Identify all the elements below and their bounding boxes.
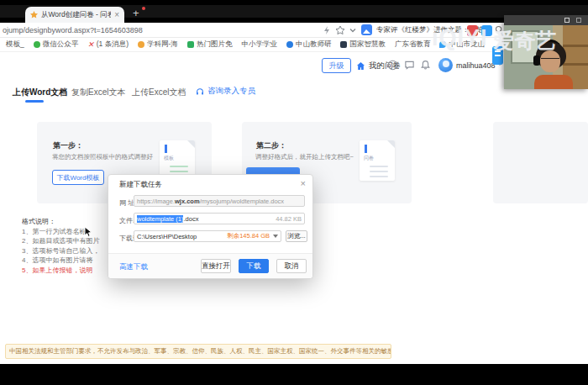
person-shirt (534, 75, 573, 89)
format-notes: 格式说明： 1、第一行为试卷名称。 2、如题目或选项中有图片 3、选项标号请自己… (22, 217, 108, 275)
save-path-combobox[interactable]: C:\Users\HP\Desktop 剩余145.84 GB (134, 230, 281, 242)
svg-text:?: ? (391, 61, 394, 69)
bell-icon[interactable] (420, 60, 431, 71)
bookmark-star-icon[interactable] (335, 25, 345, 35)
speed-download-link[interactable]: 高速下载 (119, 262, 148, 272)
extension-icon-blue[interactable] (481, 25, 492, 36)
lightning-icon[interactable] (322, 25, 332, 35)
bookmark-item[interactable]: 模板_ (3, 40, 24, 50)
step1-desc: 将您的文档按照模板中的格式调整好 (52, 153, 153, 161)
headset-icon (196, 87, 204, 96)
video-frame: 从Word创建问卷 - 问卷星 × + ojump/designbyword.a… (0, 0, 588, 385)
glasses-icon (541, 58, 559, 62)
active-tab-underline (25, 100, 44, 103)
webcam-window[interactable] (504, 15, 588, 89)
favicon-star-icon (30, 11, 38, 18)
home-icon (356, 61, 365, 71)
gov-site-icon (340, 41, 347, 48)
step2-title: 第二步： (256, 140, 286, 151)
bookmark-item[interactable]: 热门图片免 (187, 40, 233, 50)
format-note-line: 4、选项中如有图片请将 (22, 256, 108, 266)
dialog-close-icon[interactable]: × (301, 178, 306, 188)
headphone-cup-left (533, 55, 540, 66)
side-panel-badge-icon[interactable] (492, 46, 503, 65)
bookmark-item[interactable]: 广东省教育 (395, 40, 431, 50)
bookmark-item[interactable]: 中山教师研 (286, 40, 332, 50)
webcam-video (504, 25, 588, 89)
message-icon[interactable] (404, 60, 415, 71)
news-image-icon (361, 24, 372, 35)
filename-extension: .docx (183, 215, 198, 223)
survey-doc-icon: 问卷 (360, 140, 395, 181)
bookmark-item[interactable]: 国家智慧教 (340, 40, 386, 50)
dialog-title: 新建下载任务 (119, 180, 162, 190)
format-note-line: 2、如题目或选项中有图片 (22, 236, 108, 246)
top-letterbox (0, 0, 588, 5)
webcam-restore-icon[interactable] (564, 18, 570, 23)
consult-link[interactable]: 咨询录入专员 (196, 86, 255, 97)
upgrade-button[interactable]: 升级 (322, 58, 351, 73)
dialog-footer: 高速下载 直接打开 下载 取消 (108, 253, 312, 278)
browser-tab[interactable]: 从Word创建问卷 - 问卷星 × (25, 7, 124, 23)
site-nav: 上传Word文档 复制Excel文本 上传Excel文档 咨询录入专员 (0, 80, 588, 105)
update-dot (142, 7, 145, 10)
help-icon[interactable]: ? (387, 60, 398, 71)
bookmark-item[interactable]: ✕(1 条消息) (87, 40, 129, 50)
step2-desc: 调整好格式后，就开始上传文档吧~ (255, 153, 354, 161)
filename-input[interactable]: woldtemplate (1) .docx 44.82 KB (134, 213, 305, 224)
tab-copy-excel[interactable]: 复制Excel文本 (71, 87, 125, 98)
tab-upload-excel[interactable]: 上传Excel文档 (132, 87, 186, 98)
download-url-field[interactable]: https://image.wjx.com/mysojump/woldtempl… (134, 195, 305, 207)
save-path: C:\Users\HP\Desktop (137, 233, 197, 240)
tab-upload-word[interactable]: 上传Word文档 (13, 87, 67, 98)
username[interactable]: malihua408 (456, 61, 496, 70)
extension-icon-red[interactable] (467, 25, 478, 36)
url-text[interactable]: ojump/designbyword.aspx?t=1654603898 (3, 26, 143, 34)
path-dropdown-caret-icon[interactable] (273, 235, 278, 238)
format-note-line: 1、第一行为试卷名称。 (22, 227, 108, 237)
cancel-button[interactable]: 取消 (276, 259, 307, 273)
webcam-titlebar[interactable] (504, 15, 588, 25)
drop-icon (439, 41, 446, 48)
blue-site-icon (286, 41, 293, 48)
browse-button[interactable]: 浏览... (286, 230, 307, 242)
bookmark-item[interactable]: 中山市龙山 (439, 40, 485, 50)
filename-selected-text: woldtemplate (1) (137, 215, 183, 223)
bookmark-item[interactable]: 微信公众平 (34, 40, 79, 50)
trophy-icon (138, 41, 144, 48)
bookmark-item[interactable]: 学科网-海 (138, 40, 178, 50)
bookmark-item[interactable]: 中小学学业 (241, 40, 277, 50)
download-button[interactable]: 下载 (239, 259, 269, 273)
chevron-down-icon[interactable] (348, 25, 358, 35)
webcam-close-icon[interactable] (576, 18, 581, 23)
tab-title: 从Word创建问卷 - 问卷星 (41, 10, 111, 20)
free-space: 剩余145.84 GB (227, 232, 270, 240)
policy-warning-bar: 中国相关法规和主管部门要求，不允许发布与政治、军事、宗教、信仰、民族、人权、民主… (5, 344, 391, 359)
new-tab-button[interactable]: + (133, 7, 139, 19)
format-note-line: 3、选项标号请自己输入， (22, 246, 108, 256)
download-word-template-button[interactable]: 下载Word模板 (52, 170, 104, 185)
tab-close-icon[interactable]: × (114, 11, 119, 19)
search-icon[interactable] (495, 25, 504, 34)
bottom-letterbox (0, 364, 588, 385)
step1-title: 第一步： (53, 140, 83, 151)
mouse-cursor (84, 226, 94, 238)
download-dialog: 新建下载任务 × 网 址： https://image.wjx.com/myso… (108, 174, 313, 279)
file-size: 44.82 KB (276, 215, 302, 223)
photo-site-icon (187, 41, 194, 48)
avatar[interactable] (438, 58, 453, 72)
format-note-line-warning: 5、如果上传报错，说明 (22, 266, 108, 276)
format-notes-title: 格式说明： (22, 217, 108, 227)
policy-warning-text: 中国相关法规和主管部门要求，不允许发布与政治、军事、宗教、信仰、民族、人权、民主… (6, 347, 391, 356)
wechat-icon (34, 41, 40, 48)
open-directly-button[interactable]: 直接打开 (201, 259, 231, 273)
step3-card-clipped (493, 122, 588, 203)
x-badge-icon: ✕ (87, 41, 94, 49)
